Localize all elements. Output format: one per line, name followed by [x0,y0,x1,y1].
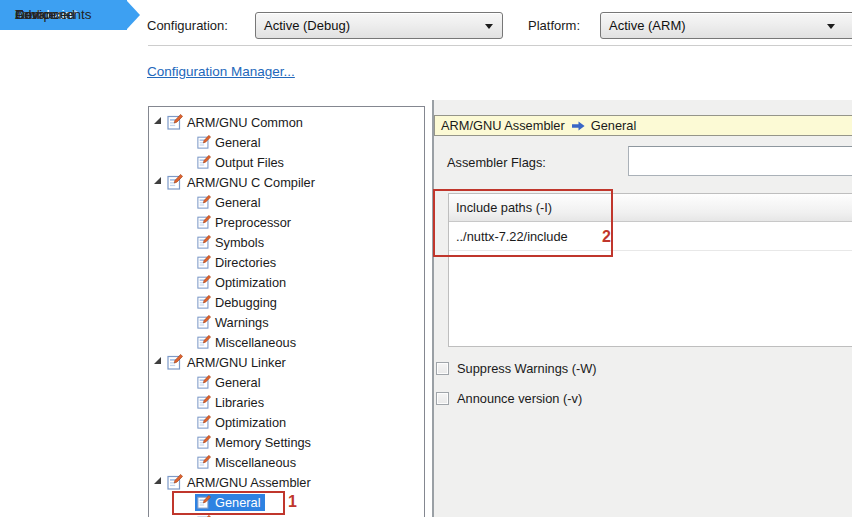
dropdown-arrow-icon [485,24,493,29]
include-paths-header[interactable]: Include paths (-I) [449,194,852,222]
tree-expand-icon[interactable] [154,117,161,124]
properties-page-icon [197,135,211,149]
toolbar-separator [148,45,852,46]
configuration-value: Active (Debug) [256,13,502,38]
tree-item[interactable]: ARM/GNU C Compiler [149,172,424,192]
platform-label: Platform: [528,12,580,39]
tree-item[interactable]: Optimization [149,412,424,432]
include-path-row[interactable]: ../nuttx-7.22/include [449,222,852,251]
tree-item[interactable]: Optimization [149,272,424,292]
tree-item[interactable]: ARM/GNU Linker [149,352,424,372]
tree-item-label: Miscellaneous [215,335,296,350]
tree-item-label: Optimization [215,275,286,290]
assembler-flags-input[interactable] [628,146,852,176]
properties-page-icon [197,335,211,349]
tree-item-label: Symbols [215,235,264,250]
properties-page-icon [197,455,211,469]
properties-page-icon [197,275,211,289]
tree-item-label: Output Files [215,155,284,170]
tree-item-label: General [215,195,261,210]
panel-divider [432,100,434,517]
configuration-label: Configuration: [147,12,228,39]
sidebar-item-label: Advanced [15,7,75,22]
tree-item-label: Warnings [215,315,269,330]
tree-item[interactable]: General [149,492,424,512]
tree-item[interactable]: General [149,132,424,152]
tree-item[interactable]: ARM/GNU Assembler [149,472,424,492]
tree-item-label: ARM/GNU C Compiler [187,175,315,190]
annotation-label-2: 2 [602,228,611,246]
announce-version-row: Announce version (-v) [436,388,582,408]
tree-item[interactable]: General [149,192,424,212]
tree-item-label: Directories [215,255,276,270]
tree-item-label: Optimization [215,415,286,430]
properties-page-icon [197,155,211,169]
properties-page-icon [197,495,211,509]
tree-item-label: Libraries [215,395,264,410]
tree-item[interactable]: Miscellaneous [149,332,424,352]
toolchain-options-tree: ARM/GNU Common General [148,106,425,517]
properties-page-icon [197,255,211,269]
tree-item[interactable]: Debugging [149,292,424,312]
properties-page-icon [197,215,211,229]
breadcrumb-arrow-icon [572,121,585,131]
tree-item-label: ARM/GNU Common [187,115,303,130]
properties-page-icon [167,174,183,190]
tree-item-label: Preprocessor [215,215,291,230]
sidebar-item[interactable]: Advanced [0,0,127,30]
tree-item-label: Miscellaneous [215,455,296,470]
assembler-flags-label: Assembler Flags: [447,155,546,170]
tree-item[interactable]: Memory Settings [149,432,424,452]
tree-item[interactable]: General [149,372,424,392]
tree-item-label: General [215,495,261,510]
configuration-manager-link[interactable]: Configuration Manager... [147,64,295,79]
announce-version-label: Announce version (-v) [457,391,582,406]
annotation-label-1: 1 [288,493,297,511]
tree-item[interactable]: Miscellaneous [149,452,424,472]
suppress-warnings-label: Suppress Warnings (-W) [457,361,597,376]
tree-item-label: ARM/GNU Linker [187,355,286,370]
tree-expand-icon[interactable] [154,477,161,484]
tree-item-label: General [215,135,261,150]
announce-version-checkbox[interactable] [436,392,449,405]
tree-item[interactable]: Symbols [149,232,424,252]
properties-page-icon [167,114,183,130]
tree-item-label: ARM/GNU Assembler [187,475,311,490]
properties-page-icon [197,195,211,209]
properties-page-icon [167,474,183,490]
platform-value: Active (ARM) [601,13,852,38]
properties-page-icon [197,295,211,309]
configuration-select[interactable]: Active (Debug) [255,12,503,39]
properties-page-icon [197,435,211,449]
tree-item[interactable]: Libraries [149,392,424,412]
tree-item[interactable]: ARM/GNU Common [149,112,424,132]
tree-item[interactable]: Directories [149,252,424,272]
tree-item-label: Debugging [215,295,277,310]
properties-page-icon [197,315,211,329]
properties-page-icon [197,415,211,429]
breadcrumb-parent: ARM/GNU Assembler [441,118,565,133]
breadcrumb: ARM/GNU Assembler General [434,115,852,136]
suppress-warnings-checkbox[interactable] [436,362,449,375]
tree-item[interactable]: Output Files [149,152,424,172]
tree-item[interactable]: Debugging [149,512,424,517]
properties-page-icon [167,354,183,370]
tree-expand-icon[interactable] [154,357,161,364]
tree-item-label: Memory Settings [215,435,311,450]
tree-expand-icon[interactable] [154,177,161,184]
include-paths-body: ../nuttx-7.22/include [449,222,852,251]
properties-page-icon [197,375,211,389]
suppress-warnings-row: Suppress Warnings (-W) [436,358,597,378]
properties-page-icon [197,395,211,409]
include-paths-table: Include paths (-I) ../nuttx-7.22/include [448,193,852,347]
properties-sidebar: Build Build Events Toolchain* Device Too… [0,0,148,517]
dropdown-arrow-icon [827,24,835,29]
properties-page-icon [197,235,211,249]
tree-item[interactable]: Warnings [149,312,424,332]
platform-select[interactable]: Active (ARM) [600,12,852,39]
tree-item-label: General [215,375,261,390]
breadcrumb-child: General [591,118,637,133]
tree-item[interactable]: Preprocessor [149,212,424,232]
